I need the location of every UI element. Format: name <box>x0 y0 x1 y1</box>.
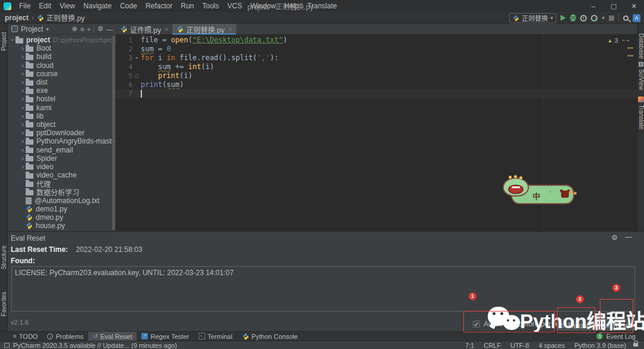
tree-item-lib[interactable]: ›lib <box>8 112 116 120</box>
close-button[interactable]: ✕ <box>624 0 644 12</box>
status-message[interactable]: PyCharm 2020.3.5 available // Update... … <box>13 342 177 349</box>
code-line[interactable]: 7 <box>116 89 637 98</box>
code-line[interactable]: 6print(sum) <box>116 80 637 89</box>
code-line[interactable]: 4 sum += int(i) <box>116 63 637 71</box>
close-icon[interactable]: × <box>228 26 231 33</box>
collapse-all-button[interactable]: ≡ <box>80 26 84 33</box>
menu-run[interactable]: Run <box>177 1 198 11</box>
inspection-widget[interactable]: ▲ 3 › › <box>608 37 630 44</box>
tree-item-数据分析学习[interactable]: 数据分析学习 <box>8 188 116 196</box>
hide-panel-button[interactable]: — <box>625 233 632 241</box>
sidebar-item-sciview[interactable]: SciView <box>637 69 644 90</box>
chevron-icon[interactable]: › <box>20 63 26 68</box>
chevron-icon[interactable]: › <box>20 105 26 111</box>
profiler-button[interactable] <box>580 15 587 21</box>
code-line[interactable]: 3▾for i in file.read().split(','): <box>116 54 637 63</box>
code-line[interactable]: 2sum = 0 <box>116 45 637 54</box>
menu-refactor[interactable]: Refactor <box>141 1 177 11</box>
toolwindow-button-problems[interactable]: iProblems <box>42 332 88 341</box>
tree-item-demo1.py[interactable]: demo1.py <box>8 205 116 213</box>
chevron-icon[interactable]: › <box>20 121 26 127</box>
sidebar-item-database[interactable]: Database <box>637 33 644 59</box>
expand-collapse-button[interactable]: ÷ <box>87 26 91 33</box>
chevron-icon[interactable]: › <box>20 71 26 77</box>
tree-item-send_email[interactable]: ›send_email <box>8 145 116 154</box>
coverage-button[interactable] <box>591 15 597 21</box>
toolwindow-button-regex-tester[interactable]: .*Regex Tester <box>137 332 194 341</box>
tree-item-dist[interactable]: ›dist <box>8 78 116 86</box>
toolwindow-button-eval-reset[interactable]: ↺Eval Reset <box>88 332 137 341</box>
menu-vcs[interactable]: VCS <box>223 1 246 11</box>
tree-item-video_cache[interactable]: video_cache <box>8 171 116 179</box>
status-caret-position[interactable]: 7:1 <box>465 342 474 349</box>
tree-item-build[interactable]: ›build <box>8 52 116 61</box>
breadcrumb-file[interactable]: 正则替换.py <box>37 13 85 23</box>
tree-item-house.py[interactable]: house.py <box>8 222 116 230</box>
project-panel-title[interactable]: Project <box>21 25 43 33</box>
maximize-button[interactable]: ▢ <box>603 0 624 12</box>
chevron-down-icon[interactable]: ▾ <box>602 15 605 21</box>
translate-button[interactable]: A <box>633 14 640 22</box>
chevron-icon[interactable]: › <box>20 164 26 170</box>
tree-item-exe[interactable]: ›exe <box>8 86 116 95</box>
menu-code[interactable]: Code <box>116 1 141 11</box>
close-icon[interactable]: × <box>165 26 168 33</box>
code-line[interactable]: 5▢ print(i) <box>116 71 637 80</box>
lock-icon[interactable] <box>633 343 638 347</box>
tree-item-course[interactable]: ›course <box>8 70 116 78</box>
sidebar-item-translate[interactable]: Translate <box>637 105 644 129</box>
minimize-button[interactable]: – <box>583 0 603 12</box>
tree-item-object[interactable]: ›object <box>8 120 116 129</box>
chevron-down-icon[interactable]: ▾ <box>46 26 49 32</box>
tree-item-Spider[interactable]: ›Spider <box>8 154 116 163</box>
status-encoding[interactable]: UTF-8 <box>510 342 529 349</box>
menu-tools[interactable]: Tools <box>198 1 223 11</box>
status-indent[interactable]: 4 spaces <box>538 342 565 349</box>
fold-icon[interactable]: ▾ <box>132 54 141 63</box>
chevron-icon[interactable]: › <box>20 79 26 85</box>
search-everywhere-button[interactable] <box>623 15 628 21</box>
tree-item-project[interactable]: ›projectD:\pythonProject\project <box>8 36 116 44</box>
locate-file-button[interactable]: ⊕ <box>72 25 77 33</box>
tree-item-PythonAngryBirds-master[interactable]: ›PythonAngryBirds-master <box>8 137 116 145</box>
tree-item-@AutomationLog.txt[interactable]: @AutomationLog.txt <box>8 197 116 205</box>
chevron-icon[interactable]: › <box>20 45 26 51</box>
chevron-icon[interactable]: › <box>10 37 16 43</box>
chevron-icon[interactable]: › <box>20 147 26 153</box>
tree-item-hostel[interactable]: ›hostel <box>8 95 116 103</box>
editor-tab[interactable]: 证件照.py× <box>116 24 172 35</box>
chevron-icon[interactable]: › <box>20 54 26 60</box>
chevron-icon[interactable]: › <box>20 130 26 136</box>
chevron-icon[interactable]: › <box>20 155 26 161</box>
menu-view[interactable]: View <box>55 1 79 11</box>
stop-button[interactable] <box>609 15 614 21</box>
settings-gear-icon[interactable]: ⚙ <box>611 233 618 242</box>
toolwindow-button-python-console[interactable]: Python Console <box>237 332 303 341</box>
error-stripe-mark[interactable] <box>627 47 633 49</box>
run-button[interactable] <box>561 15 566 21</box>
editor-tab[interactable]: 正则替换.py× <box>172 24 236 35</box>
sidebar-item-structure[interactable]: Structure <box>0 245 8 270</box>
chevron-icon[interactable]: › <box>20 138 26 144</box>
chevron-icon[interactable]: › <box>20 96 26 102</box>
fold-icon[interactable]: ▢ <box>132 71 141 80</box>
breadcrumb-project[interactable]: project <box>5 14 29 22</box>
hide-panel-button[interactable]: — <box>106 26 113 33</box>
status-interpreter[interactable]: Python 3.9 (base) <box>574 342 626 349</box>
toolwindow-button-terminal[interactable]: >_Terminal <box>194 332 237 341</box>
sidebar-item-favorites[interactable]: Favorites <box>0 292 8 316</box>
toolwindow-button-todo[interactable]: ≡TODO <box>8 332 42 341</box>
sidebar-item-project[interactable]: Project <box>0 32 8 51</box>
next-problem-button[interactable]: › <box>625 39 632 42</box>
tree-item-dmeo.py[interactable]: dmeo.py <box>8 213 116 222</box>
error-stripe-mark[interactable] <box>627 55 633 57</box>
menu-navigate[interactable]: Navigate <box>79 1 116 11</box>
tree-scrollbar[interactable] <box>112 36 115 230</box>
chevron-icon[interactable]: › <box>20 88 26 94</box>
code-line[interactable]: 1file = open("E:\Desktop\data.txt") <box>116 36 637 45</box>
chevron-icon[interactable]: › <box>20 113 26 119</box>
settings-gear-icon[interactable]: ⚙ <box>97 25 103 33</box>
menu-edit[interactable]: Edit <box>35 1 55 11</box>
tree-item-kami[interactable]: ›kami <box>8 104 116 112</box>
run-configuration-select[interactable]: 正则替换 ▾ <box>509 13 557 23</box>
